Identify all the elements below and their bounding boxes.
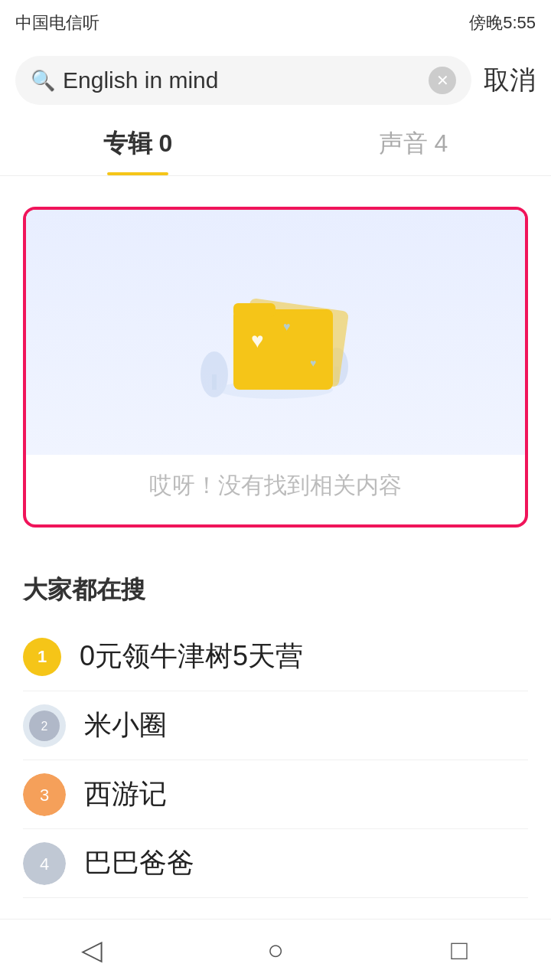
svg-text:2: 2: [41, 720, 48, 733]
nav-bar: ◁ ○ □: [0, 919, 551, 980]
empty-message: 哎呀！没有找到相关内容: [26, 455, 525, 524]
carrier-text: 中国电信听: [15, 11, 99, 34]
rank-badge-1: 1: [23, 638, 61, 676]
status-carrier: 中国电信听: [15, 11, 99, 34]
tab-sound-label: 声音 4: [379, 127, 448, 161]
popular-item-3[interactable]: 3 西游记: [23, 760, 528, 829]
popular-title: 大家都在搜: [23, 573, 528, 607]
svg-text:4: 4: [40, 854, 49, 874]
nav-back-button[interactable]: ◁: [61, 927, 122, 973]
folder-illustration: ♥ ♥ ♥: [191, 256, 360, 409]
empty-state-card: ♥ ♥ ♥ 哎呀！没有找到相关内容: [23, 207, 528, 528]
popular-item-1[interactable]: 1 0元领牛津树5天营: [23, 622, 528, 691]
popular-item-label-1: 0元领牛津树5天营: [80, 638, 303, 675]
tab-album-label: 专辑 0: [103, 127, 173, 161]
tab-sound[interactable]: 声音 4: [276, 115, 551, 175]
svg-text:♥: ♥: [310, 357, 316, 369]
popular-item-label-3: 西游记: [84, 776, 167, 813]
search-clear-button[interactable]: ✕: [429, 67, 456, 94]
search-icon: 🔍: [31, 69, 55, 93]
search-query[interactable]: English in mind: [63, 67, 421, 93]
popular-section: 大家都在搜 1 0元领牛津树5天营 2 米小圈 3 西游记 4: [0, 550, 551, 898]
rank-badge-3: 3: [23, 773, 66, 816]
svg-text:♥: ♥: [251, 328, 264, 352]
rank-badge-4: 4: [23, 842, 66, 885]
nav-home-button[interactable]: ○: [245, 927, 306, 973]
cancel-button[interactable]: 取消: [484, 63, 536, 98]
popular-item-label-4: 巴巴爸爸: [84, 844, 194, 882]
tab-album-underline: [107, 172, 168, 175]
search-bar: 🔍 English in mind ✕ 取消: [0, 46, 551, 115]
empty-illustration: ♥ ♥ ♥: [26, 210, 525, 455]
tabs-bar: 专辑 0 声音 4: [0, 115, 551, 176]
rank-badge-2: 2: [23, 704, 66, 747]
popular-item-4[interactable]: 4 巴巴爸爸: [23, 829, 528, 898]
status-bar: 中国电信听 傍晚5:55: [0, 0, 551, 46]
search-input-wrapper[interactable]: 🔍 English in mind ✕: [15, 56, 471, 105]
svg-rect-2: [212, 374, 217, 390]
svg-text:♥: ♥: [283, 320, 291, 333]
status-time: 傍晚5:55: [469, 11, 536, 34]
svg-text:3: 3: [40, 786, 49, 805]
svg-rect-7: [233, 303, 276, 317]
popular-item-2[interactable]: 2 米小圈: [23, 691, 528, 760]
status-right: 傍晚5:55: [469, 11, 536, 34]
nav-recent-button[interactable]: □: [429, 927, 490, 973]
tab-album[interactable]: 专辑 0: [0, 115, 276, 175]
popular-item-label-2: 米小圈: [84, 707, 167, 744]
